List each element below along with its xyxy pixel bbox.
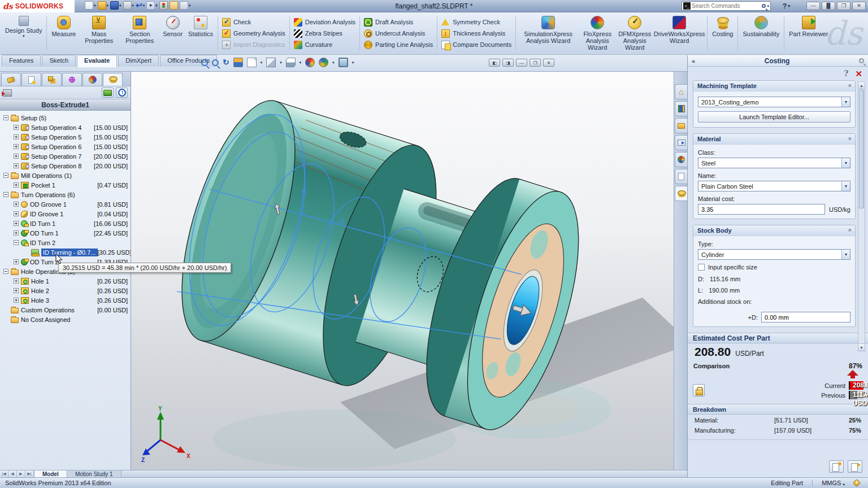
dimxpert-manager-tab[interactable]: ⊕ [62, 73, 82, 86]
tree-item-mill-operations[interactable]: Mill Operations (1) [0, 171, 131, 180]
section-view-icon[interactable] [233, 58, 243, 67]
mass-properties-button[interactable]: Mass Properties [79, 14, 119, 53]
template-dropdown[interactable]: 2013_Costing_demo▼ [698, 97, 850, 107]
first-tab-icon[interactable]: |◀ [0, 470, 8, 477]
search-dropdown-caret[interactable]: ▾ [767, 4, 769, 8]
property-manager-tab[interactable] [21, 73, 41, 86]
last-tab-icon[interactable]: ▶| [25, 470, 34, 477]
tree-item-no-cost-assigned[interactable]: No Cost Assigned [0, 315, 131, 324]
lock-baseline-button[interactable] [693, 384, 705, 396]
tree-item-setup[interactable]: Setup (5) [0, 113, 131, 123]
launch-template-editor-button[interactable]: Launch Template Editor... [698, 111, 850, 123]
doc-restore-icon[interactable]: ❒ [530, 59, 541, 67]
time-view-button[interactable] [116, 88, 128, 98]
group-header[interactable]: Machining Template» [693, 81, 855, 91]
generate-report-button[interactable] [829, 460, 844, 473]
expander-icon[interactable] [14, 125, 19, 130]
measure-button[interactable]: Measure [49, 14, 79, 53]
costing-pane-tab[interactable] [675, 186, 687, 201]
compare-documents-button[interactable]: Compare Documents [441, 40, 511, 50]
tree-item-hole2[interactable]: Hole 2[0.26 USD] [0, 286, 131, 295]
collapse-group-icon[interactable]: » [847, 229, 853, 232]
tree-item-id-groove1[interactable]: ID Groove 1[0.04 USD] [0, 209, 131, 219]
expander-icon[interactable] [14, 154, 19, 159]
rotate-view-icon[interactable]: ↻ [223, 58, 229, 67]
dropdown-arrow-icon[interactable]: ▼ [841, 250, 850, 259]
search-icon[interactable] [762, 4, 766, 8]
expander-icon[interactable] [14, 240, 19, 245]
costing-manager-tab[interactable] [103, 73, 123, 86]
expander-icon[interactable] [3, 269, 8, 274]
split-window-button[interactable]: ▐▌ [822, 2, 835, 10]
costing-button[interactable]: Costing [709, 14, 736, 53]
geometry-analysis-button[interactable]: Geometry Analysis [222, 29, 285, 38]
tree-item-hole1[interactable]: Hole 1[0.26 USD] [0, 276, 131, 286]
expander-icon[interactable] [14, 230, 19, 236]
tree-item-id-turning-selected[interactable]: ID Turning - Ø0.7...[30.25 USD] [0, 247, 131, 257]
search-scope-icon[interactable]: >_ [683, 2, 691, 10]
expander-icon[interactable] [14, 259, 19, 264]
tree-item-custom-operations[interactable]: Custom Operations[0.00 USD] [0, 305, 131, 315]
dropdown-arrow-icon[interactable]: ▼ [841, 158, 850, 168]
scene-icon[interactable] [338, 58, 348, 67]
view-palette-tab[interactable] [675, 135, 687, 150]
file-explorer-tab[interactable] [675, 118, 687, 133]
tree-item-turn-operations[interactable]: Turn Operations (6) [0, 190, 131, 199]
tree-item-setup-op4[interactable]: Setup Operation 4[15.00 USD] [0, 123, 131, 132]
tree-item-pocket1[interactable]: Pocket 1[0.47 USD] [0, 180, 131, 190]
tree-item-od-turn1[interactable]: OD Turn 1[22.45 USD] [0, 228, 131, 238]
zebra-stripes-button[interactable]: Zebra Stripes [294, 29, 355, 38]
section-properties-button[interactable]: Section Properties [119, 14, 160, 53]
group-header[interactable]: Stock Body» [693, 225, 855, 236]
edit-appearance-icon[interactable] [319, 58, 328, 67]
view-orientation-icon[interactable] [266, 58, 276, 67]
view-folders-button[interactable] [102, 88, 114, 98]
motion-study-tab[interactable]: Motion Study 1 [67, 470, 121, 477]
deviation-analysis-button[interactable]: Deviation Analysis [294, 18, 355, 27]
tab-features[interactable]: Features [2, 55, 41, 67]
display-manager-tab[interactable] [83, 73, 102, 86]
draft-analysis-button[interactable]: Draft Analysis [364, 18, 433, 27]
dropdown-arrow-icon[interactable]: ▼ [841, 97, 850, 107]
expander-icon[interactable] [14, 288, 19, 293]
expander-icon[interactable] [14, 163, 19, 168]
pane-scrollbar[interactable]: ▲ ▼ [858, 81, 865, 351]
prev-tab-icon[interactable]: ◀ [8, 470, 17, 477]
appearance-ball-icon[interactable] [305, 58, 315, 67]
resources-tab[interactable]: ⌂ [675, 84, 687, 99]
split-left-icon[interactable]: ◧ [489, 59, 500, 67]
design-study-button[interactable]: Design Study ▾ [2, 14, 45, 53]
help-button[interactable]: ?▾ [783, 2, 790, 10]
model-tab[interactable]: Model [34, 470, 67, 477]
scroll-down-icon[interactable]: ▼ [858, 343, 865, 351]
configuration-manager-tab[interactable] [42, 73, 62, 86]
input-specific-size-row[interactable]: Input specific size [698, 264, 850, 271]
tree-item-setup-op7[interactable]: Setup Operation 7[20.00 USD] [0, 151, 131, 161]
sustainability-button[interactable]: Sustainability [740, 14, 782, 53]
appearances-tab[interactable] [675, 152, 687, 167]
restore-button[interactable]: ❒ [837, 2, 850, 10]
group-header[interactable]: Material» [693, 134, 855, 145]
display-style-icon[interactable] [286, 58, 296, 67]
help-icon[interactable]: ? [844, 69, 848, 78]
scrollbar-thumb[interactable] [859, 90, 864, 208]
input-specific-size-checkbox[interactable] [698, 264, 705, 271]
expander-icon[interactable] [14, 298, 19, 303]
feature-manager-tab[interactable] [1, 73, 21, 86]
material-name-dropdown[interactable]: Plain Carbon Steel▼ [698, 181, 850, 191]
material-cost-input[interactable] [701, 206, 822, 213]
material-class-dropdown[interactable]: Steel▼ [698, 158, 850, 168]
tree-item-id-turn2[interactable]: ID Turn 2 [0, 238, 131, 247]
stock-type-dropdown[interactable]: Cylinder▼ [698, 249, 850, 260]
thickness-analysis-button[interactable]: Thickness Analysis [441, 29, 511, 38]
next-tab-icon[interactable]: ▶ [17, 470, 25, 477]
expander-icon[interactable] [3, 173, 8, 178]
tag-icon[interactable] [853, 479, 861, 487]
curvature-button[interactable]: Curvature [294, 40, 355, 50]
expander-icon[interactable] [14, 221, 19, 226]
sensor-button[interactable]: Sensor [160, 14, 185, 53]
zoom-fit-icon[interactable] [201, 59, 208, 66]
search-input[interactable] [692, 3, 761, 9]
zoom-area-icon[interactable] [212, 59, 219, 66]
units-selector[interactable]: MMGS ▴ [822, 480, 845, 486]
